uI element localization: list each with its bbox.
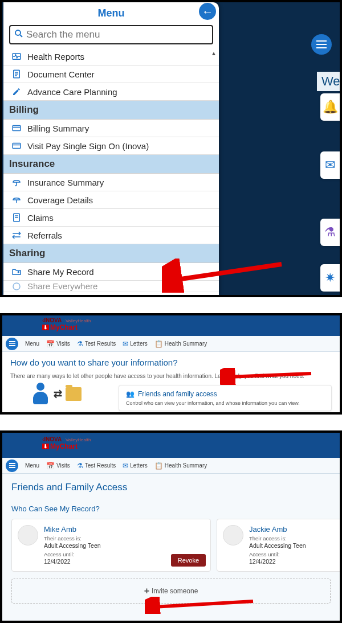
umbrella-icon <box>10 194 23 206</box>
scroll-up-caret-icon[interactable]: ▲ <box>211 50 217 56</box>
avatar-icon <box>18 525 38 545</box>
document-icon <box>10 211 23 224</box>
invite-someone-button[interactable]: + Invite someone <box>11 579 331 604</box>
nav-menu-label[interactable]: Menu <box>25 341 39 347</box>
share-folder-icon <box>10 265 23 278</box>
svg-point-0 <box>15 30 21 35</box>
person-card: Jackie Amb Their access is: Adult Access… <box>217 519 342 572</box>
nav-visits[interactable]: 📅Visits <box>46 462 70 470</box>
menu-list: Health Reports Document Center Advance C… <box>3 48 219 292</box>
section-subtitle: Who Can See My Record? <box>11 504 331 513</box>
menu-item-billing-summary[interactable]: Billing Summary <box>3 120 219 137</box>
lab-tile[interactable]: ⚗ <box>320 219 340 246</box>
avatar-icon <box>223 525 243 545</box>
mail-icon: ✉ <box>123 340 128 348</box>
menu-item-referrals[interactable]: Referrals <box>3 227 219 244</box>
card-icon <box>10 140 23 152</box>
menu-item-label: Insurance Summary <box>27 178 104 187</box>
person-icon <box>31 383 50 405</box>
card-subtext: Control who can view your information, a… <box>126 400 324 406</box>
menu-item-document-center[interactable]: Document Center <box>3 65 219 83</box>
nav-visits[interactable]: 📅Visits <box>46 340 70 348</box>
logo: ‹INOVA ValleyHealth ⬇MyChart <box>42 317 91 331</box>
menu-item-label: Billing Summary <box>27 124 89 133</box>
top-bar: ‹INOVA ValleyHealth ⬇MyChart <box>2 315 340 336</box>
person-name: Jackie Amb <box>249 525 306 534</box>
page-subtext: There are many ways to let other people … <box>10 373 332 379</box>
share-graphic: ⇄ <box>31 383 82 405</box>
nav-letters[interactable]: ✉Letters <box>123 340 148 348</box>
svg-line-1 <box>20 35 22 37</box>
people-icon: 👥 <box>126 390 135 398</box>
nav-letters[interactable]: ✉Letters <box>123 462 148 470</box>
menu-item-label: Share My Record <box>27 267 94 277</box>
bell-icon: 🔔 <box>323 100 338 114</box>
hamburger-button[interactable] <box>311 34 332 55</box>
page-title: Friends and Family Access <box>11 482 331 493</box>
welcome-text-partial: Wel <box>317 72 340 91</box>
search-input[interactable] <box>26 29 209 40</box>
menu-button[interactable] <box>6 460 18 472</box>
search-input-wrap[interactable] <box>9 25 213 44</box>
menu-item-health-reports[interactable]: Health Reports <box>3 48 219 65</box>
globe-icon <box>10 281 23 292</box>
exchange-icon: ⇄ <box>54 388 62 400</box>
notification-tile[interactable]: 🔔 <box>320 93 340 121</box>
top-bar: ‹INOVA ValleyHealth ⬇MyChart <box>2 433 340 458</box>
nav-menu-label[interactable]: Menu <box>25 462 39 469</box>
menu-item-advance-care[interactable]: Advance Care Planning <box>3 83 219 101</box>
virus-icon: ✷ <box>325 270 335 285</box>
heartbeat-icon <box>10 50 23 63</box>
menu-item-share-my-record[interactable]: Share My Record <box>3 263 219 281</box>
person-card: Mike Amb Their access is: Adult Accessin… <box>11 519 211 572</box>
menu-item-insurance-summary[interactable]: Insurance Summary <box>3 174 219 191</box>
menu-item-visitpay[interactable]: Visit Pay Single Sign On (Inova) <box>3 137 219 155</box>
menu-item-coverage-details[interactable]: Coverage Details <box>3 191 219 209</box>
download-icon: ⬇ <box>42 444 49 449</box>
flask-icon: ⚗ <box>77 462 83 470</box>
back-button[interactable]: ← <box>197 1 218 22</box>
logo: ‹INOVA ValleyHealth ⬇MyChart <box>42 436 91 450</box>
svg-rect-9 <box>13 143 21 149</box>
search-icon <box>14 28 24 42</box>
nav-test-results[interactable]: ⚗Test Results <box>77 340 116 348</box>
download-icon: ⬇ <box>42 325 49 330</box>
folder-icon <box>66 387 82 401</box>
mail-tile[interactable]: ✉ <box>320 151 340 179</box>
section-billing: Billing <box>3 101 219 120</box>
svg-point-16 <box>13 283 20 290</box>
nav-bar: Menu 📅Visits ⚗Test Results ✉Letters 📋Hea… <box>2 458 340 474</box>
umbrella-icon <box>10 176 23 188</box>
nav-health-summary[interactable]: 📋Health Summary <box>154 462 207 470</box>
nav-health-summary[interactable]: 📋Health Summary <box>154 340 207 348</box>
card-icon <box>10 122 23 134</box>
calendar-icon: 📅 <box>46 462 55 470</box>
menu-item-share-everywhere[interactable]: Share Everywhere <box>3 281 219 292</box>
section-sharing: Sharing <box>3 244 219 263</box>
menu-item-label: Document Center <box>27 69 95 79</box>
menu-item-label: Claims <box>27 213 54 223</box>
menu-title: Menu <box>98 7 125 19</box>
menu-item-claims[interactable]: Claims <box>3 209 219 227</box>
virus-tile[interactable]: ✷ <box>320 264 340 292</box>
menu-button[interactable] <box>6 338 18 350</box>
menu-item-label: Coverage Details <box>27 195 93 205</box>
section-insurance: Insurance <box>3 155 219 174</box>
menu-panel: Menu ← ▲ Health Reports Document Center <box>3 2 219 295</box>
person-name: Mike Amb <box>44 525 101 534</box>
svg-rect-7 <box>13 126 21 131</box>
menu-item-label: Advance Care Planning <box>27 87 117 97</box>
friends-family-card[interactable]: 👥Friends and family access Control who c… <box>119 385 332 411</box>
flask-icon: ⚗ <box>77 340 83 348</box>
screenshot-menu-panel: Menu ← ▲ Health Reports Document Center <box>0 0 342 297</box>
document-icon <box>10 68 23 80</box>
nav-bar: Menu 📅Visits ⚗Test Results ✉Letters 📋Hea… <box>2 336 340 352</box>
menu-item-label: Visit Pay Single Sign On (Inova) <box>27 141 149 151</box>
arrows-icon <box>10 229 23 241</box>
plus-icon: + <box>144 586 149 596</box>
nav-test-results[interactable]: ⚗Test Results <box>77 462 116 470</box>
pencil-icon <box>10 85 23 98</box>
arrow-left-icon: ← <box>202 5 213 18</box>
revoke-button[interactable]: Revoke <box>171 554 206 567</box>
clipboard-icon: 📋 <box>154 340 163 348</box>
